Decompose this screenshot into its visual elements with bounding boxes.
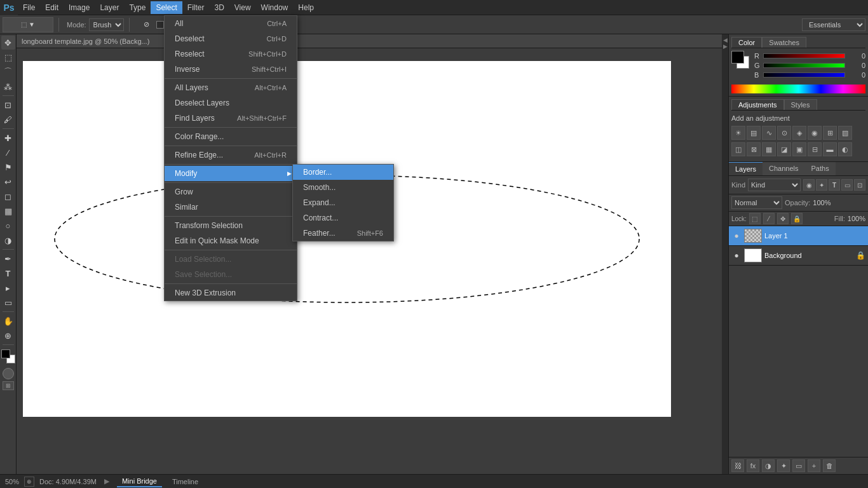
submenu-feather[interactable]: Feather... Shift+F6	[293, 226, 393, 241]
erase-history-checkbox[interactable]	[156, 21, 164, 29]
submenu-contract[interactable]: Contract...	[293, 210, 393, 226]
layer-folder-icon[interactable]: ▭	[792, 459, 805, 472]
adj-exposure[interactable]: ⊙	[777, 126, 791, 140]
filter-type-icon[interactable]: T	[829, 179, 840, 191]
submenu-smooth[interactable]: Smooth...	[293, 180, 393, 195]
layer-visibility-eye-layer1[interactable]: ●	[731, 231, 742, 241]
menu-color-range[interactable]: Color Range...	[165, 129, 297, 144]
color-spectrum[interactable]	[731, 85, 865, 93]
adj-selectivecolor[interactable]: ◐	[838, 142, 852, 156]
red-slider[interactable]	[763, 53, 845, 58]
lock-transparent-icon[interactable]: ⬚	[749, 213, 761, 224]
menu-grow[interactable]: Grow	[165, 184, 297, 200]
spot-heal-tool[interactable]: ✚	[1, 131, 15, 145]
menu-find-layers[interactable]: Find Layers Alt+Shift+Ctrl+F	[165, 111, 297, 126]
adj-hue[interactable]: ◉	[808, 126, 822, 140]
lock-all-icon[interactable]: 🔒	[791, 213, 803, 224]
layer-adj-icon[interactable]: ✦	[777, 459, 790, 472]
layers-tab[interactable]: Layers	[729, 162, 763, 175]
pen-tool[interactable]: ✒	[1, 252, 15, 266]
layer-item-background[interactable]: ● Background 🔒	[729, 246, 868, 266]
channels-tab[interactable]: Channels	[763, 162, 804, 175]
hand-tool[interactable]: ✋	[1, 314, 15, 328]
layer-item-layer1[interactable]: ● Layer 1	[729, 226, 868, 246]
menu-image[interactable]: Image	[64, 1, 95, 14]
submenu-expand[interactable]: Expand...	[293, 195, 393, 210]
adj-photofilter[interactable]: ◫	[731, 142, 745, 156]
fg-color-box[interactable]	[731, 51, 744, 64]
filter-pixel-icon[interactable]: ◉	[803, 179, 815, 191]
adj-vibrance[interactable]: ◈	[792, 126, 806, 140]
collapse-btn[interactable]: ◀▶	[722, 37, 728, 50]
menu-layer[interactable]: Layer	[95, 1, 124, 14]
menu-transform-selection[interactable]: Transform Selection	[165, 218, 297, 233]
adj-colorlookup[interactable]: ▦	[762, 142, 776, 156]
menu-deselect-layers[interactable]: Deselect Layers	[165, 95, 297, 111]
mode-select[interactable]: Brush	[89, 18, 124, 31]
layer-delete-icon[interactable]: 🗑	[823, 459, 836, 472]
adj-gradient-map[interactable]: ▬	[823, 142, 837, 156]
adjustments-tab[interactable]: Adjustments	[731, 99, 784, 110]
layer-fx-icon[interactable]: fx	[747, 459, 759, 472]
adj-posterize[interactable]: ▣	[792, 142, 806, 156]
menu-save-selection[interactable]: Save Selection...	[165, 267, 297, 282]
shape-tool[interactable]: ▭	[1, 295, 15, 309]
brush-tool[interactable]: ∕	[1, 146, 15, 159]
adj-colorbalance[interactable]: ⊞	[823, 126, 837, 140]
menu-deselect[interactable]: Deselect Ctrl+D	[165, 31, 297, 46]
menu-file[interactable]: File	[18, 1, 40, 14]
menu-similar[interactable]: Similar	[165, 200, 297, 215]
menu-inverse[interactable]: Inverse Shift+Ctrl+I	[165, 62, 297, 77]
menu-all[interactable]: All Ctrl+A	[165, 16, 297, 31]
layer-visibility-eye-bg[interactable]: ●	[731, 250, 742, 261]
move-tool[interactable]: ✥	[1, 36, 15, 50]
layer-mask-icon[interactable]: ◑	[762, 459, 775, 472]
doc-info-expand[interactable]: ▶	[102, 477, 112, 487]
fg-color-swatch[interactable]	[1, 349, 10, 358]
canvas-tab[interactable]: longboard template.jpg @ 50% (Backg...)	[17, 34, 728, 48]
layer-link-icon[interactable]: ⛓	[731, 459, 744, 472]
color-tab[interactable]: Color	[731, 37, 762, 48]
eraser-tool[interactable]: ◻	[1, 189, 15, 203]
marquee-tool[interactable]: ⬚	[1, 50, 15, 64]
blue-slider[interactable]	[763, 72, 845, 78]
kind-select[interactable]: Kind	[748, 179, 801, 191]
magic-wand-tool[interactable]: ⁂	[1, 79, 15, 93]
paths-tab[interactable]: Paths	[805, 162, 836, 175]
menu-new-3d-extrusion[interactable]: New 3D Extrusion	[165, 285, 297, 301]
filter-shape-icon[interactable]: ▭	[841, 179, 853, 191]
styles-tab[interactable]: Styles	[784, 99, 817, 110]
adj-invert[interactable]: ◪	[777, 142, 791, 156]
menu-select[interactable]: Select	[151, 1, 182, 14]
screen-mode-btn[interactable]: ⊞	[3, 381, 14, 390]
adj-bw[interactable]: ▧	[838, 126, 852, 140]
adj-curves[interactable]: ∿	[762, 126, 776, 140]
zoom-icon[interactable]: ⊕	[24, 477, 34, 487]
menu-all-layers[interactable]: All Layers Alt+Ctrl+A	[165, 80, 297, 95]
blend-mode-select[interactable]: Normal	[731, 196, 782, 209]
eyedropper-tool[interactable]: 🖋	[1, 112, 15, 126]
erase-icon[interactable]: ⊘	[140, 17, 154, 32]
submenu-border[interactable]: Border...	[293, 165, 393, 180]
toolbar-tool-preset[interactable]: ⬚ ▼	[3, 17, 53, 32]
canvas-content[interactable]	[17, 48, 728, 474]
path-select-tool[interactable]: ▸	[1, 281, 15, 295]
swatches-tab[interactable]: Swatches	[762, 37, 806, 48]
mini-bridge-tab[interactable]: Mini Bridge	[117, 476, 162, 487]
blur-tool[interactable]: ○	[1, 219, 15, 233]
menu-type[interactable]: Type	[124, 1, 151, 14]
adj-channelmixer[interactable]: ⊠	[747, 142, 761, 156]
lock-paint-icon[interactable]: ∕	[763, 213, 775, 224]
timeline-tab[interactable]: Timeline	[167, 477, 203, 487]
adj-levels[interactable]: ▤	[747, 126, 761, 140]
crop-tool[interactable]: ⊡	[1, 98, 15, 112]
quick-mask-btn[interactable]	[3, 368, 14, 379]
menu-window[interactable]: Window	[256, 1, 294, 14]
essentials-select[interactable]: Essentials	[802, 18, 865, 31]
adj-brightness[interactable]: ☀	[731, 126, 745, 140]
layer-new-icon[interactable]: +	[808, 459, 820, 472]
lasso-tool[interactable]: ⌒	[1, 65, 15, 79]
type-tool[interactable]: T	[1, 266, 15, 280]
adj-threshold[interactable]: ⊟	[808, 142, 822, 156]
menu-load-selection[interactable]: Load Selection...	[165, 252, 297, 267]
